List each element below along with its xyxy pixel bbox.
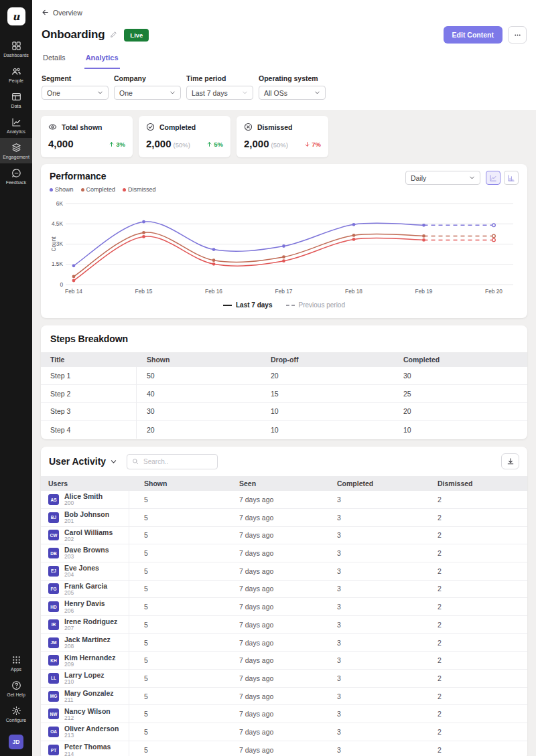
tab-bar: DetailsAnalytics [42,54,527,69]
back-link[interactable]: Overview [42,9,82,17]
sidebar-item-people[interactable]: People [0,62,32,87]
performance-line-chart[interactable]: 01.5K3K4.5K6KFeb 14Feb 15Feb 16Feb 17Feb… [50,196,519,296]
edit-content-button[interactable]: Edit Content [444,26,503,44]
avatar: BJ [48,512,59,523]
stat-card-dismissed: Dismissed 2,000 (50%) 7% [237,116,328,157]
table-row[interactable]: BJ Bob Johnson201 5 7 days ago 3 2 [41,509,527,527]
cell-dismissed: 2 [423,674,527,682]
analytics-content: Total shown 4,000 3% Completed 2,000 (50… [32,110,536,756]
table-row[interactable]: DB Dave Browns203 5 7 days ago 3 2 [41,544,527,562]
user-id: 209 [64,662,115,668]
line-chart-toggle[interactable] [486,171,500,185]
users-table-header: UsersShownSeenCompletedDismissed [41,476,527,491]
apps-icon [11,655,21,665]
user-cell: JM Jack Martinez208 [48,635,111,650]
table-row[interactable]: OA Oliver Anderson213 5 7 days ago 3 2 [41,723,527,741]
search-icon [132,458,139,465]
stat-label: Completed [159,123,196,131]
sidebar-item-feedback[interactable]: Feedback [0,163,32,189]
table-cell: 30 [393,372,527,380]
user-cell: HD Henry Davis206 [48,599,105,613]
table-row[interactable]: Step 2401525 [41,385,527,403]
cell-seen: 7 days ago [224,567,322,575]
filter-select-operating-system[interactable]: All OSs [259,86,326,100]
svg-text:Count: Count [50,236,57,252]
interval-select[interactable]: Daily [405,171,480,185]
table-row[interactable]: JM Jack Martinez208 5 7 days ago 3 2 [41,634,527,652]
table-row[interactable]: AS Alice Smith200 5 7 days ago 3 2 [41,491,527,509]
filter-value: Last 7 days [192,89,228,97]
download-button[interactable] [501,453,519,469]
filter-select-time-period[interactable]: Last 7 days [186,86,253,100]
table-row[interactable]: PT Peter Thomas214 5 7 days ago 3 2 [41,741,527,756]
user-activity-title[interactable]: User Activity [49,456,117,467]
table-row[interactable]: EJ Eve Jones204 5 7 days ago 3 2 [41,562,527,581]
table-row[interactable]: KH Kim Hernandez209 5 7 days ago 3 2 [41,652,527,670]
cell-seen: 7 days ago [224,621,322,629]
stat-delta: 7% [304,141,321,148]
sidebar-item-engagement[interactable]: Engagement [0,138,32,163]
table-row[interactable]: IR Irene Rodriguez207 5 7 days ago 3 2 [41,616,527,634]
sidebar-item-apps[interactable]: Apps [0,650,32,676]
user-id: 207 [64,625,117,631]
sidebar-item-label: Get Help [7,692,25,697]
sidebar-item-analytics[interactable]: Analytics [0,112,32,138]
user-cell: IR Irene Rodriguez207 [48,617,117,631]
sidebar-item-get-help[interactable]: Get Help [0,676,32,701]
search-input[interactable] [142,457,212,466]
period-legend-solid: Last 7 days [223,301,272,309]
table-row[interactable]: MG Mary Gonzalez211 5 7 days ago 3 2 [41,688,527,706]
table-cell: Step 3 [50,403,137,421]
bar-chart-toggle[interactable] [504,171,519,185]
table-cell: Step 2 [50,385,137,402]
people-icon [11,66,21,76]
user-cell: OA Oliver Anderson213 [48,725,119,739]
filter-select-company[interactable]: One [114,86,181,100]
table-row[interactable]: HD Henry Davis206 5 7 days ago 3 2 [41,598,527,616]
app-window: u DashboardsPeopleDataAnalyticsEngagemen… [0,0,536,756]
edit-title-icon[interactable] [110,29,117,41]
steps-breakdown-card: Steps Breakdown TitleShownDrop-offComple… [41,325,527,439]
filter-segment: Segment One [42,74,109,100]
user-cell: MG Mary Gonzalez211 [48,689,114,703]
cell-seen: 7 days ago [224,674,322,682]
gear-icon [11,706,21,716]
user-id: 203 [64,554,109,560]
tab-details[interactable]: Details [42,54,67,69]
sidebar-item-data[interactable]: Data [0,87,32,112]
user-name: Nancy Wilson [64,707,111,715]
table-row[interactable]: Step 4201010 [41,421,527,439]
app-logo[interactable]: u [7,7,25,25]
table-cell: Step 4 [50,421,137,439]
table-row[interactable]: NW Nancy Wilson212 5 7 days ago 3 2 [41,705,527,723]
more-button[interactable] [508,26,527,44]
sidebar-item-configure[interactable]: Configure [0,701,32,727]
sidebar: u DashboardsPeopleDataAnalyticsEngagemen… [0,0,32,756]
chart-legend: ShownCompletedDismissed [50,186,156,193]
table-row[interactable]: LL Larry Lopez210 5 7 days ago 3 2 [41,670,527,688]
cell-shown: 5 [129,549,224,557]
svg-text:3K: 3K [56,240,64,247]
user-activity-title-label: User Activity [49,456,106,467]
table-cell: 30 [137,407,261,415]
user-id: 205 [64,590,107,596]
avatar: MG [48,691,59,702]
filter-select-segment[interactable]: One [42,86,109,100]
sidebar-item-dashboards[interactable]: Dashboards [0,36,32,62]
eye-icon [48,123,57,131]
table-row[interactable]: CW Carol Williams202 5 7 days ago 3 2 [41,527,527,545]
table-row[interactable]: Step 3301020 [41,403,527,421]
bar-chart-icon [507,174,515,182]
table-row[interactable]: Step 1502030 [41,367,527,385]
cell-seen: 7 days ago [224,531,322,539]
user-avatar[interactable]: JD [9,735,23,749]
sidebar-item-label: Feedback [6,180,27,185]
user-name: Kim Hernandez [64,654,115,662]
cell-completed: 3 [322,639,423,647]
user-activity-table: UsersShownSeenCompletedDismissed AS Alic… [41,476,527,756]
tab-analytics[interactable]: Analytics [84,54,120,69]
steps-breakdown-title: Steps Breakdown [41,333,527,352]
table-row[interactable]: FG Frank Garcia205 5 7 days ago 3 2 [41,581,527,599]
sidebar-item-label: Data [11,104,21,108]
avatar: IR [48,619,59,630]
